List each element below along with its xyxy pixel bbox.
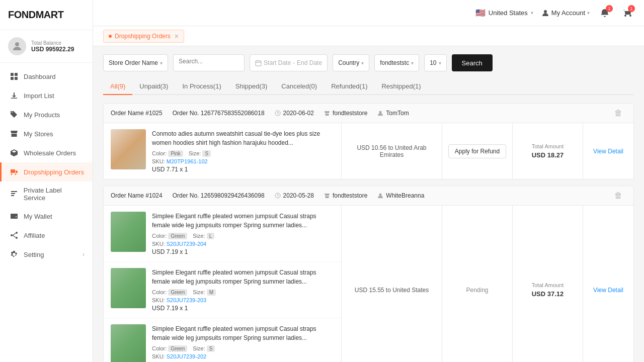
topbar: 🇺🇸 United States ▾ My Account ▾ 1 1 [93,0,644,26]
date-separator: - [293,59,295,66]
search-button[interactable]: Search [452,54,493,71]
order-item-row: Simplee Elegant ruffle pleated women jum… [104,318,341,362]
product-info: Conmoto adies autumn sweatshirt casual t… [152,129,334,173]
cart-button[interactable]: 1 [620,6,634,20]
avatar [8,37,26,55]
order-store: fondteststore [333,110,367,117]
order-name-filter[interactable]: Store Order Name ▾ [103,54,168,71]
sidebar-item-dropshipping-orders[interactable]: Dropshipping Orders [0,162,93,182]
product-color: Green [168,289,187,296]
sidebar-item-label: Affiliate [24,232,45,239]
delete-order-button[interactable]: 🗑 [610,109,626,118]
search-input[interactable] [179,58,239,65]
order-action: Pending [442,206,513,362]
date-range-filter[interactable]: Start Date - End Date [250,54,328,71]
wallet-icon [10,212,19,221]
country-filter-label: Country [338,59,359,66]
tab-refunded[interactable]: Refunded(1) [324,78,374,95]
sidebar-item-import-list[interactable]: Import List [0,86,93,105]
sku-link[interactable]: S20JU7239-204 [167,241,207,247]
search-input-wrapper[interactable] [173,54,245,71]
order-header: Order Name #1024 Order No. 1265980929426… [104,186,633,206]
sidebar-item-setting[interactable]: Setting › [0,245,93,264]
tab-close-icon[interactable]: × [175,32,179,40]
order-view: View Detail [583,206,633,362]
cart-badge: 1 [628,5,635,12]
pending-status: Pending [466,287,488,294]
sidebar-item-my-products[interactable]: My Products [0,105,93,124]
order-card: Order Name #1024 Order No. 1265980929426… [103,186,634,362]
date-end-label: End Date [297,59,322,66]
sku-link[interactable]: M20TP1961-102 [167,158,208,164]
product-size: L [207,233,215,239]
page-content: Store Order Name ▾ Start Date - End Date… [93,46,644,362]
order-store-item: fondteststore [324,192,367,199]
balance-amount: USD 995922.29 [31,46,74,53]
account-button[interactable]: My Account ▾ [541,9,590,17]
tab-reshipped[interactable]: Reshipped(1) [374,78,428,95]
svg-rect-4 [15,77,18,80]
product-sku: SKU: S20JU7239-203 [152,297,334,303]
order-header-actions: 🗑 [610,109,626,118]
sku-link[interactable]: S20JU7239-202 [167,353,207,359]
sidebar-item-dashboard[interactable]: Dashboard [0,67,93,86]
product-meta: Color: Pink Size: S [152,150,334,157]
grid-icon [10,72,19,81]
view-detail-button[interactable]: View Detail [593,148,623,155]
tab-shipped[interactable]: Shipped(3) [228,78,275,95]
sidebar-item-my-stores[interactable]: My Stores [0,124,93,143]
svg-point-11 [379,111,382,114]
order-customer-item: TomTom [377,110,409,117]
total-label: Total Amount [532,282,564,288]
order-header-actions: 🗑 [610,191,626,200]
product-image [111,324,146,362]
share-icon [10,231,19,240]
sidebar-item-wholesale-orders[interactable]: Wholesale Orders [0,143,93,162]
product-name: Conmoto adies autumn sweatshirt casual t… [152,129,334,147]
view-detail-button[interactable]: View Detail [593,287,623,294]
product-name: Simplee Elegant ruffle pleated women jum… [152,212,334,230]
product-size: S [202,150,211,157]
balance-label: Total Balance [31,40,74,46]
svg-rect-2 [15,73,18,76]
sidebar-item-private-label[interactable]: Private Label Service [0,182,93,207]
limit-filter[interactable]: 10 ▾ [424,54,446,71]
tab-in-process[interactable]: In Process(1) [175,78,228,95]
topbar-right: 🇺🇸 United States ▾ My Account ▾ 1 1 [475,6,634,20]
country-selector[interactable]: 🇺🇸 United States ▾ [475,8,533,18]
product-image [111,129,146,169]
order-no-item: Order No. 1267767583552086018 [173,110,265,117]
sidebar-item-my-wallet[interactable]: My Wallet [0,207,93,226]
order-date-item: 2020-05-28 [275,192,314,199]
sku-link[interactable]: S20JU7239-203 [167,297,207,303]
tab-all[interactable]: All(9) [103,78,132,95]
country-filter[interactable]: Country ▾ [333,54,369,71]
notifications-button[interactable]: 1 [598,6,612,20]
store-filter-value: fondteststc [380,59,409,66]
product-meta: Color: Green Size: S [152,345,334,352]
chevron-down-icon: ▾ [411,60,414,66]
store-filter[interactable]: fondteststc ▾ [374,54,419,71]
svg-point-13 [379,194,382,196]
order-no: Order No. 1265980929426436098 [173,192,265,199]
apply-refund-button[interactable]: Apply for Refund [448,144,506,158]
sidebar-item-affiliate[interactable]: Affiliate [0,226,93,245]
product-name: Simplee Elegant ruffle pleated women jum… [152,268,334,286]
tab-dropshipping-orders[interactable]: Dropshipping Orders × [103,30,184,43]
order-total: Total Amount USD 18.27 [513,123,583,179]
tab-canceled[interactable]: Canceled(0) [274,78,324,95]
svg-point-0 [15,42,19,46]
product-meta: Color: Green Size: M [152,289,334,296]
order-date: 2020-05-28 [283,192,314,199]
svg-rect-1 [11,73,14,76]
tag-icon [10,110,19,119]
logo: FONDMART [0,0,93,30]
total-amount: USD 37.12 [532,290,564,298]
order-item-row: Conmoto adies autumn sweatshirt casual t… [104,123,341,179]
tab-unpaid[interactable]: Unpaid(3) [132,78,175,95]
chevron-down-icon: ▾ [361,60,364,66]
sidebar-item-label: Wholesale Orders [24,149,76,157]
order-items: Simplee Elegant ruffle pleated women jum… [104,206,342,362]
delete-order-button[interactable]: 🗑 [610,191,626,200]
chevron-down-icon: ▾ [531,10,533,16]
